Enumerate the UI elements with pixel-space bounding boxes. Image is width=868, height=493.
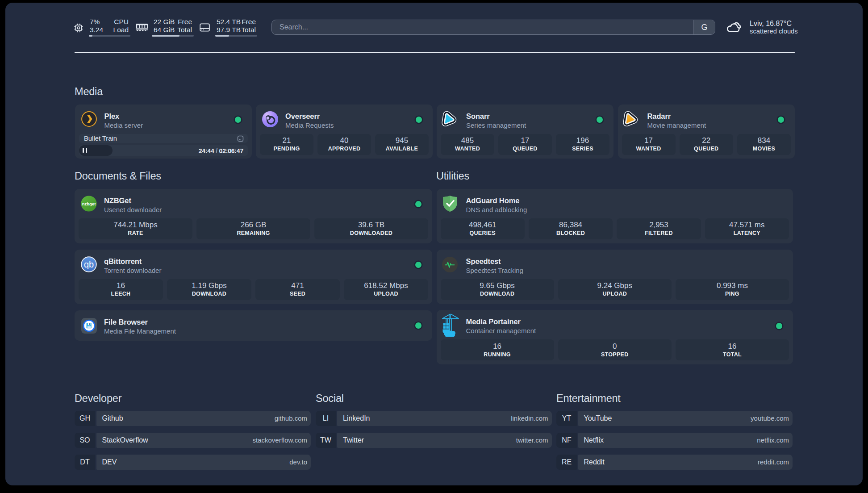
svg-text:nzbget: nzbget — [82, 201, 96, 206]
svg-text:qb: qb — [84, 259, 94, 269]
